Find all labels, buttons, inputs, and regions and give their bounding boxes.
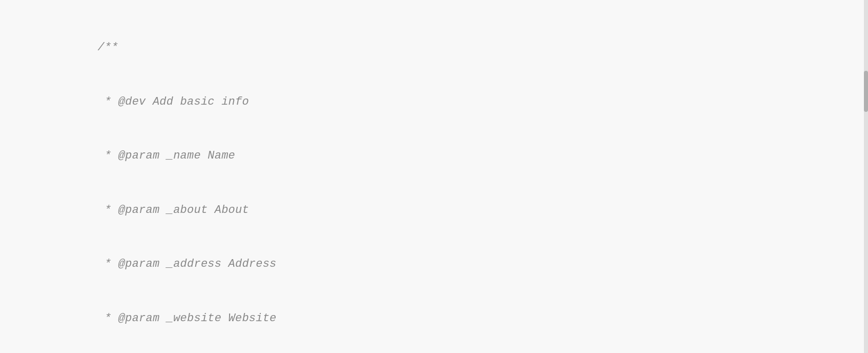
comment-param-address: * @param _address Address (98, 258, 277, 270)
code-line-5: * @param _address Address (56, 237, 868, 291)
comment-param-name: * @param _name Name (98, 149, 235, 162)
code-line-7: * @param _summary Summary (56, 345, 868, 353)
code-line-1: /** (56, 21, 868, 75)
editor-container: /** * @dev Add basic info * @param _name… (0, 0, 868, 353)
code-line-6: * @param _website Website (56, 291, 868, 346)
comment-dev: * @dev Add basic info (98, 95, 249, 108)
scrollbar[interactable] (864, 0, 868, 353)
comment-param-about: * @param _about About (98, 204, 249, 217)
comment-open: /** (98, 41, 118, 54)
comment-param-website: * @param _website Website (98, 312, 277, 325)
code-line-4: * @param _about About (56, 183, 868, 238)
code-line-2: * @dev Add basic info (56, 75, 868, 129)
code-area[interactable]: /** * @dev Add basic info * @param _name… (0, 0, 868, 353)
scrollbar-thumb[interactable] (864, 71, 868, 112)
code-line-3: * @param _name Name (56, 129, 868, 183)
